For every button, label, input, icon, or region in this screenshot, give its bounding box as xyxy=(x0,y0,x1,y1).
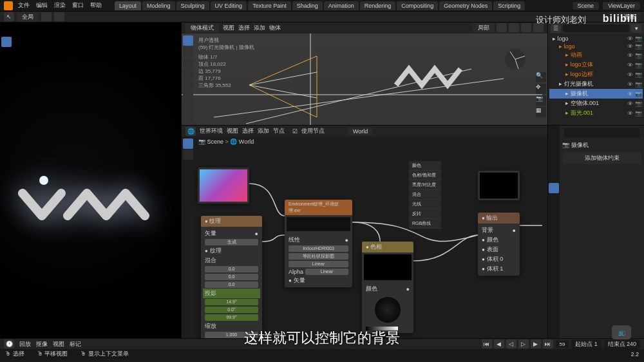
select-box-tool-icon[interactable] xyxy=(183,35,193,46)
node-hue-sat[interactable]: ● 色相 颜色● xyxy=(362,242,413,333)
outliner-item[interactable]: ▸ logo👁📷 xyxy=(549,35,643,43)
prop-render-icon[interactable] xyxy=(549,128,559,138)
menu-item[interactable]: 亮度/对比度 xyxy=(409,180,441,190)
shading-material-icon[interactable] xyxy=(521,23,531,32)
vp-menu-add[interactable]: 添加 xyxy=(254,24,265,32)
tab-anim[interactable]: Animation xyxy=(324,1,359,10)
tab-layout[interactable]: Layout xyxy=(115,1,141,10)
next-key-icon[interactable]: ▶ xyxy=(531,339,541,348)
add-menu-popup[interactable]: 颜色 色相/饱和度 亮度/对比度 混合 光线 反转 RGB曲线 xyxy=(409,161,441,229)
type-dropdown[interactable]: 生成 xyxy=(205,239,258,245)
move-view-icon[interactable]: ✥ xyxy=(536,84,546,94)
tl-view[interactable]: 视图 xyxy=(53,340,64,348)
menu-item[interactable]: 光线 xyxy=(409,200,441,209)
cursor-icon[interactable]: ↖ xyxy=(4,12,14,21)
tl-marker[interactable]: 标记 xyxy=(70,340,81,348)
prop-viewlayer-icon[interactable] xyxy=(549,150,559,160)
prop-object-icon[interactable] xyxy=(549,183,559,193)
camera-view-icon[interactable]: 📷 xyxy=(536,95,546,106)
tab-rendering[interactable]: Rendering xyxy=(360,1,396,10)
jump-end-icon[interactable]: ⏭ xyxy=(543,339,553,348)
outliner-item[interactable]: ▸ logo边框👁📷 xyxy=(549,70,643,79)
node-header[interactable]: Environment纹理_环境纹理.exr xyxy=(285,200,352,215)
menu-edit[interactable]: 编辑 xyxy=(36,1,48,10)
ne-annotate-icon[interactable] xyxy=(183,149,193,160)
transform-tool-icon[interactable] xyxy=(183,90,193,100)
image-dropdown[interactable]: IndoorHDRI003 xyxy=(289,245,348,252)
nav-gizmo[interactable] xyxy=(502,46,528,72)
prop-modifier-icon[interactable] xyxy=(549,194,559,204)
menu-item[interactable]: 颜色 xyxy=(409,161,441,171)
add-constraint-button[interactable]: 添加物体约束 xyxy=(562,152,641,164)
scale-tool-icon[interactable] xyxy=(183,79,193,90)
vp-menu-view[interactable]: 视图 xyxy=(223,24,234,32)
ne-menu-select[interactable]: 选择 xyxy=(242,127,254,135)
tab-modeling[interactable]: Modeling xyxy=(142,1,175,10)
measure-tool-icon[interactable] xyxy=(183,112,193,122)
tab-geonodes[interactable]: Geometry Nodes xyxy=(439,1,492,10)
prop-output-icon[interactable] xyxy=(549,139,559,149)
prop-scene-icon[interactable] xyxy=(549,161,559,171)
outliner-item[interactable]: ▸ logo立体👁📷 xyxy=(549,60,643,70)
timeline-editor-icon[interactable]: 🕐 xyxy=(4,339,14,348)
tab-scripting[interactable]: Scripting xyxy=(493,1,525,10)
end-frame[interactable]: 结束点 240 xyxy=(604,339,640,349)
node-world-output[interactable]: ● 输出 背景● ● 颜色 ● 表面 ● 体积 0 ● 体积 1 xyxy=(478,213,520,276)
outliner-item[interactable]: ▸ 灯光摄像机👁📷 xyxy=(549,79,643,89)
menu-file[interactable]: 文件 xyxy=(18,1,30,10)
node-environment-texture[interactable]: Environment纹理_环境纹理.exr 线性● IndoorHDRI003… xyxy=(285,200,352,287)
tab-comp[interactable]: Compositing xyxy=(397,1,438,10)
outliner[interactable]: ☰ ▾ ▸ logo👁📷▸ logo👁📷▸ 动画👁📷▸ logo立体👁📷▸ lo… xyxy=(548,23,644,126)
vp-menu-object[interactable]: 物体 xyxy=(269,24,281,32)
shading-wireframe-icon[interactable] xyxy=(497,23,507,32)
node-header[interactable]: ● 输出 xyxy=(478,213,520,224)
overlay-dropdown[interactable]: 局部 xyxy=(473,23,495,33)
proportional-icon[interactable] xyxy=(54,12,64,21)
prev-key-icon[interactable]: ◀ xyxy=(494,339,504,348)
tl-playback[interactable]: 回放 xyxy=(19,340,31,348)
node-header[interactable]: ● 纹理 xyxy=(201,216,262,227)
menu-window[interactable]: 窗口 xyxy=(72,1,84,10)
select-tool-icon[interactable] xyxy=(1,37,12,47)
annotate-tool-icon[interactable] xyxy=(183,101,193,111)
menu-render[interactable]: 渲染 xyxy=(54,1,66,10)
jump-start-icon[interactable]: ⏮ xyxy=(482,339,492,348)
persp-icon[interactable]: ▦ xyxy=(536,107,546,117)
play-rev-icon[interactable]: ◁ xyxy=(506,339,516,348)
outliner-item[interactable]: ▸ 摄像机👁📷 xyxy=(549,89,643,99)
outliner-item[interactable]: ▸ logo👁📷 xyxy=(549,43,643,50)
tab-uv[interactable]: UV Editing xyxy=(211,1,247,10)
shader-node-editor[interactable]: 🌐 世界环境 视图 选择 添加 节点 ☑使用节点 World 📷 Scene >… xyxy=(182,126,547,338)
prop-search[interactable] xyxy=(564,128,639,137)
menu-item[interactable]: RGB曲线 xyxy=(409,219,441,229)
3d-viewport[interactable]: 物体模式 视图 选择 添加 物体 局部 xyxy=(182,23,547,126)
tab-sculpting[interactable]: Sculpting xyxy=(176,1,209,10)
vp-menu-select[interactable]: 选择 xyxy=(238,24,250,32)
play-icon[interactable]: ▷ xyxy=(518,339,529,348)
mode-dropdown[interactable]: 物体模式 xyxy=(185,23,219,33)
outliner-item[interactable]: ▸ 空物体.001👁📷 xyxy=(549,99,643,108)
menu-item[interactable]: 色相/饱和度 xyxy=(409,171,441,180)
outliner-item[interactable]: ▸ 动画👁📷 xyxy=(549,50,643,60)
prop-constraint-icon[interactable] xyxy=(549,227,559,237)
filter-icon[interactable]: ▾ xyxy=(631,24,641,33)
render-viewport[interactable] xyxy=(0,23,182,338)
rotate-tool-icon[interactable] xyxy=(183,68,193,79)
world-slot[interactable]: World xyxy=(348,128,373,135)
zoom-icon[interactable]: 🔍 xyxy=(536,72,546,82)
move-tool-icon[interactable] xyxy=(183,57,193,68)
prop-physics-icon[interactable] xyxy=(549,216,559,226)
node-background[interactable] xyxy=(478,171,520,200)
node-header[interactable]: ● 色相 xyxy=(362,242,413,252)
node-mapping[interactable]: ● 纹理 矢量● 生成 ● 纹理 混合 0.0 0.0 0.0 投影 14.9°… xyxy=(201,216,262,338)
menu-help[interactable]: 帮助 xyxy=(90,1,102,10)
use-nodes-toggle[interactable]: 使用节点 xyxy=(301,127,325,135)
world-shader-icon[interactable]: 🌐 xyxy=(185,127,196,136)
ne-type[interactable]: 世界环境 xyxy=(200,127,223,135)
tab-texpaint[interactable]: Texture Paint xyxy=(248,1,291,10)
shading-solid-icon[interactable] xyxy=(509,23,519,32)
ne-menu-node[interactable]: 节点 xyxy=(273,127,285,135)
start-frame[interactable]: 起始点 1 xyxy=(571,339,601,349)
menu-item[interactable]: 反转 xyxy=(409,209,441,219)
color-wheel[interactable] xyxy=(375,297,401,323)
